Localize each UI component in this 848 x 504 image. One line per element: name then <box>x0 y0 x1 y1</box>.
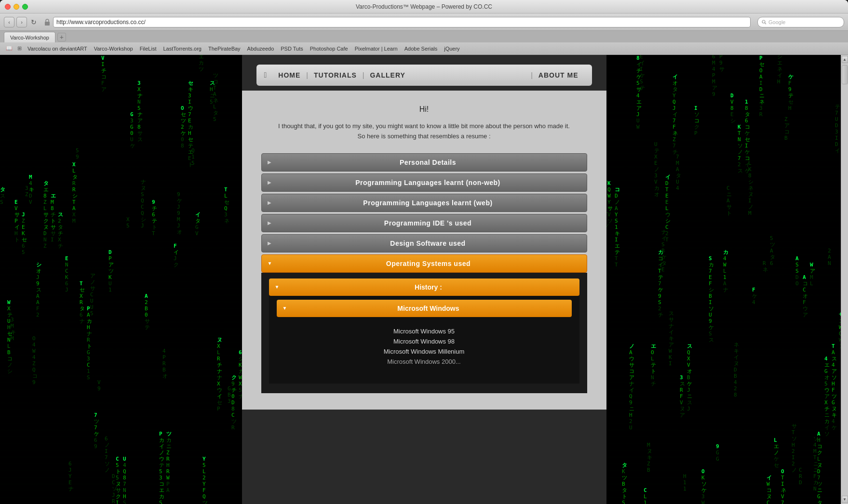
accordion-header-design[interactable]: ▶ Design Software used <box>261 234 587 252</box>
bookmark-thepiratebay[interactable]: ThePirateBay <box>205 45 243 53</box>
search-placeholder: Google <box>768 19 785 25</box>
accordion-label-prog-web: Programming Languages learnt (web) <box>275 199 581 207</box>
new-tab-button[interactable]: + <box>57 33 66 41</box>
accordion-label-ide: Programming IDE 's used <box>275 219 581 227</box>
arrow-prog-nonweb-icon: ▶ <box>268 180 271 185</box>
arrow-ide-icon: ▶ <box>268 220 271 225</box>
arrow-personal-icon: ▶ <box>268 159 271 165</box>
accordion-prog-web: ▶ Programming Languages learnt (web) <box>261 194 587 212</box>
content-area: タスSWXテUHセNLBコノシEVサPイHトJZEKセ65M4キDVシオJ9スA… <box>0 55 848 504</box>
sub-accordion-label-mswindows: Microsoft Windows <box>291 305 565 312</box>
bookmark-varcolacu[interactable]: Varcolacu on deviantART <box>25 45 90 53</box>
svg-rect-0 <box>45 22 50 26</box>
accordion-label-prog-nonweb: Programming Languages learnt (non-web) <box>275 179 581 186</box>
accordion-label-os: Operating Systems used <box>276 260 580 267</box>
bookmark-abduzeedo[interactable]: Abduzeedo <box>244 45 277 53</box>
accordion-ide: ▶ Programming IDE 's used <box>261 214 587 232</box>
bookmark-photoshopcafe[interactable]: Photoshop Cafe <box>307 45 351 53</box>
search-bar[interactable]: Google <box>757 17 844 27</box>
accordion-label-personal: Personal Details <box>275 159 581 166</box>
svg-point-1 <box>762 20 765 23</box>
windows-versions-list: Microsoft Windows 95 Microsoft Windows 9… <box>277 317 572 376</box>
maximize-button[interactable] <box>22 4 28 10</box>
accordion-header-personal[interactable]: ▶ Personal Details <box>261 153 587 172</box>
sub-accordion-mswindows: ▼ Microsoft Windows Microsoft Windows 95… <box>277 300 572 376</box>
intro-line1: I thought that, if you got to my site, y… <box>278 122 570 130</box>
arrow-os-icon: ▼ <box>268 261 272 266</box>
web-content-panel[interactable]:  HOME | TUTORIALS | GALLERY | ABOUT ME … <box>242 55 606 504</box>
close-button[interactable] <box>5 4 11 10</box>
browser-window: Varco-Productions™ Webpage – Powered by … <box>0 0 848 504</box>
accordion-header-prog-web[interactable]: ▶ Programming Languages learnt (web) <box>261 194 587 212</box>
back-button[interactable]: ‹ <box>4 17 14 27</box>
bookmark-filelist[interactable]: FileList <box>137 45 160 53</box>
nav-tutorials[interactable]: TUTORIALS <box>308 71 363 79</box>
nav-home[interactable]: HOME <box>272 71 306 79</box>
sub-accordion-history: ▼ History : ▼ Microsoft Windows <box>269 279 579 384</box>
accordion-label-design: Design Software used <box>275 239 581 247</box>
scrollbar[interactable]: ▲ ▼ <box>841 55 848 504</box>
sub-accordion-label-history: History : <box>283 283 573 291</box>
url-text: http://www.varcoproductions.co.cc/ <box>56 19 146 26</box>
windows-version-3: Microsoft Windows 2000... <box>284 358 564 365</box>
accordion-header-ide[interactable]: ▶ Programming IDE 's used <box>261 214 587 232</box>
bookmark-pixelmator[interactable]: Pixelmator | Learn <box>352 45 401 53</box>
forward-button[interactable]: › <box>16 17 27 27</box>
sub-accordion-header-mswindows[interactable]: ▼ Microsoft Windows <box>277 300 572 317</box>
page-main-content: Hi! I thought that, if you got to my sit… <box>242 91 606 410</box>
bookmark-varco-workshop[interactable]: Varco-Workshop <box>91 45 136 53</box>
arrow-history-icon: ▼ <box>275 284 280 290</box>
accordion-header-os[interactable]: ▼ Operating Systems used <box>261 254 587 273</box>
minimize-button[interactable] <box>13 4 19 10</box>
windows-version-2: Microsoft Windows Millenium <box>284 348 564 355</box>
tab-bar: Varco-Workshop + <box>0 31 848 42</box>
bookmark-adobeserials[interactable]: Adobe Serials <box>402 45 441 53</box>
accordion-personal: ▶ Personal Details <box>261 153 587 172</box>
accordion-os: ▼ Operating Systems used ▼ History : <box>261 254 587 393</box>
bookmarks-icon: 📖 <box>4 44 14 53</box>
toolbar: ‹ › ↻ http://www.varcoproductions.co.cc/… <box>0 13 848 31</box>
greeting-text: Hi! <box>261 105 587 114</box>
bookmark-psdtuts[interactable]: PSD Tuts <box>278 45 306 53</box>
scroll-down-button[interactable]: ▼ <box>842 496 848 503</box>
apple-logo-icon:  <box>264 71 267 80</box>
sub-accordion-header-history[interactable]: ▼ History : <box>269 279 579 296</box>
windows-version-1: Microsoft Windows 98 <box>284 338 564 345</box>
title-bar: Varco-Productions™ Webpage – Powered by … <box>0 0 848 13</box>
intro-text: I thought that, if you got to my site, y… <box>261 121 587 142</box>
accordion-header-prog-nonweb[interactable]: ▶ Programming Languages learnt (non-web) <box>261 173 587 192</box>
site-nav:  HOME | TUTORIALS | GALLERY | ABOUT ME <box>256 65 592 86</box>
scrollbar-thumb[interactable] <box>842 65 848 84</box>
window-title: Varco-Productions™ Webpage – Powered by … <box>356 3 492 10</box>
apps-icon: ⊞ <box>15 44 24 53</box>
scroll-up-button[interactable]: ▲ <box>842 56 848 63</box>
intro-line2: So here is something that resembles a re… <box>357 133 490 140</box>
traffic-lights <box>5 4 28 10</box>
arrow-mswindows-icon: ▼ <box>283 305 287 311</box>
bookmarks-bar: 📖 ⊞ Varcolacu on deviantART Varco-Worksh… <box>0 42 848 55</box>
nav-gallery[interactable]: GALLERY <box>364 71 411 79</box>
svg-line-2 <box>765 23 767 24</box>
url-bar[interactable]: http://www.varcoproductions.co.cc/ <box>53 17 751 27</box>
arrow-prog-web-icon: ▶ <box>268 200 271 205</box>
bookmark-jquery[interactable]: jQuery <box>441 45 462 53</box>
reload-button[interactable]: ↻ <box>30 18 38 26</box>
bookmark-lasttorrents[interactable]: LastTorrents.org <box>160 45 204 53</box>
accordion-design: ▶ Design Software used <box>261 234 587 252</box>
security-icon <box>43 18 51 26</box>
windows-version-0: Microsoft Windows 95 <box>284 328 564 335</box>
arrow-design-icon: ▶ <box>268 240 271 246</box>
nav-about[interactable]: ABOUT ME <box>533 71 584 79</box>
active-tab[interactable]: Varco-Workshop <box>4 32 55 42</box>
tab-label: Varco-Workshop <box>10 35 49 40</box>
accordion-body-os: ▼ History : ▼ Microsoft Windows <box>261 273 587 393</box>
search-icon <box>762 20 767 25</box>
accordion-prog-nonweb: ▶ Programming Languages learnt (non-web) <box>261 173 587 192</box>
